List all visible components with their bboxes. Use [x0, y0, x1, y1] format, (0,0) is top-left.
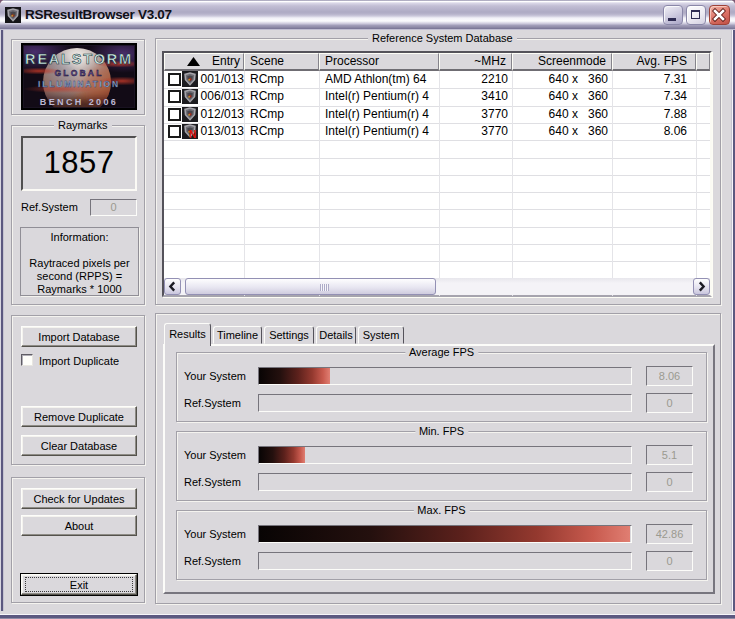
svg-text:N: N [189, 129, 196, 139]
svg-text:ILLUMINATION: ILLUMINATION [38, 79, 120, 89]
svg-text:GLOBAL: GLOBAL [54, 68, 103, 78]
svg-text:REALSTORM: REALSTORM [25, 51, 133, 67]
svg-text:BENCH 2006: BENCH 2006 [40, 97, 119, 107]
